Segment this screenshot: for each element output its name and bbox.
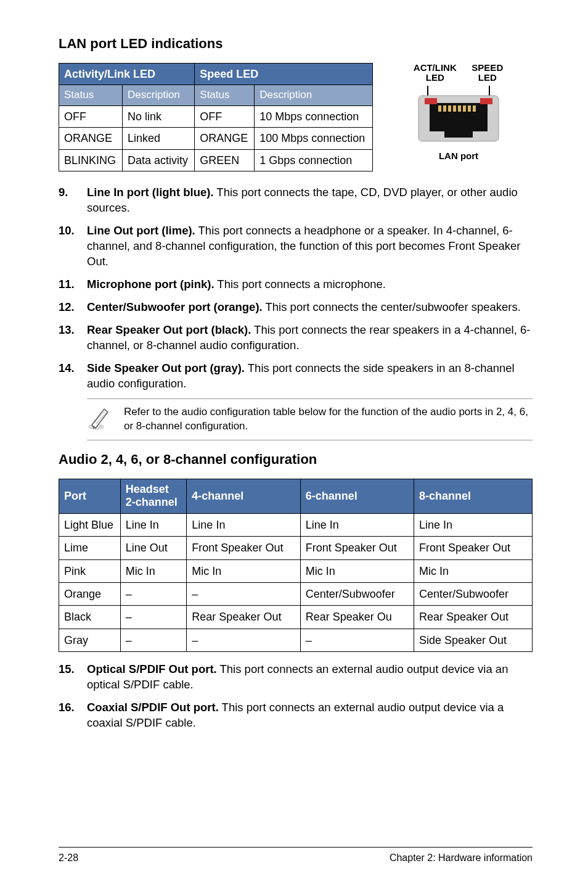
cell-port: Black — [59, 606, 121, 629]
lan-port-figure: ACT/LINK LED SPEED LED — [394, 63, 523, 162]
cell-6ch: Mic In — [300, 559, 414, 582]
svg-rect-11 — [468, 105, 471, 112]
cell-speed-status: OFF — [195, 105, 255, 127]
led-subheader-description: Description — [123, 85, 195, 105]
cell-activity-desc: Data activity — [123, 149, 195, 171]
audio-header-2ch: Headset2-channel — [120, 479, 187, 514]
item-title: Line In port (light blue). — [87, 186, 214, 199]
led-subheader-description: Description — [255, 85, 373, 105]
item-title: Microphone port (pink). — [87, 278, 214, 291]
table-row: OFF No link OFF 10 Mbps connection — [59, 105, 373, 127]
svg-rect-5 — [438, 105, 441, 112]
act-link-led-label: ACT/LINK LED — [406, 63, 464, 83]
item-number: 12. — [59, 300, 87, 315]
cell-6ch: Center/Subwoofer — [300, 582, 414, 605]
list-item: 14.Side Speaker Out port (gray). This po… — [59, 361, 533, 392]
svg-rect-10 — [463, 105, 466, 112]
lan-port-caption: LAN port — [439, 150, 478, 162]
item-number: 10. — [59, 223, 87, 270]
note-callout: Refer to the audio configuration table b… — [87, 398, 533, 440]
lan-port-icon — [406, 86, 511, 147]
cell-port: Light Blue — [59, 514, 121, 537]
cell-4ch: – — [187, 582, 300, 605]
svg-rect-9 — [458, 105, 461, 112]
cell-8ch: Side Speaker Out — [414, 629, 532, 651]
audio-header-8ch: 8-channel — [414, 479, 532, 514]
cell-port: Pink — [59, 559, 121, 582]
cell-4ch: Line In — [187, 514, 300, 537]
table-row: ORANGE Linked ORANGE 100 Mbps connection — [59, 128, 373, 149]
list-item: 15.Optical S/PDIF Out port. This port co… — [59, 662, 533, 693]
audio-header-4ch: 4-channel — [187, 479, 300, 514]
cell-8ch: Line In — [414, 514, 532, 537]
cell-activity-desc: Linked — [123, 128, 195, 149]
page-number: 2-28 — [59, 851, 78, 865]
item-number: 13. — [59, 323, 87, 353]
item-title: Coaxial S/PDIF Out port. — [87, 701, 219, 714]
led-header-activity: Activity/Link LED — [59, 63, 195, 85]
cell-port: Gray — [59, 629, 121, 651]
svg-rect-7 — [448, 105, 451, 112]
svg-rect-6 — [443, 105, 446, 112]
cell-6ch: Rear Speaker Ou — [300, 606, 414, 629]
led-table: Activity/Link LED Speed LED Status Descr… — [59, 63, 373, 171]
cell-speed-desc: 100 Mbps connection — [255, 128, 373, 149]
audio-table: Port Headset2-channel 4-channel 6-channe… — [59, 479, 533, 652]
cell-8ch: Mic In — [414, 559, 532, 582]
lan-heading: LAN port LED indications — [59, 35, 533, 53]
cell-port: Orange — [59, 582, 121, 605]
cell-2ch: – — [120, 582, 187, 605]
item-title: Rear Speaker Out port (black). — [87, 323, 251, 336]
cell-2ch: – — [120, 606, 187, 629]
chapter-label: Chapter 2: Hardware information — [390, 851, 533, 865]
item-number: 16. — [59, 700, 87, 731]
speed-led-label: SPEED LED — [464, 63, 511, 83]
list-item: 9.Line In port (light blue). This port c… — [59, 185, 533, 216]
cell-speed-status: ORANGE — [195, 128, 255, 149]
item-title: Center/Subwoofer port (orange). — [87, 300, 263, 313]
item-number: 9. — [59, 185, 87, 216]
cell-8ch: Front Speaker Out — [414, 537, 532, 559]
item-number: 15. — [59, 662, 87, 693]
page-footer: 2-28 Chapter 2: Hardware information — [59, 847, 533, 865]
list-item: 10.Line Out port (lime). This port conne… — [59, 223, 533, 270]
item-title: Line Out port (lime). — [87, 224, 195, 237]
cell-6ch: Front Speaker Out — [300, 537, 414, 559]
item-title: Side Speaker Out port (gray). — [87, 361, 245, 374]
item-title: Optical S/PDIF Out port. — [87, 662, 217, 675]
item-text: This port connects a microphone. — [214, 278, 386, 291]
led-subheader-status: Status — [195, 85, 255, 105]
audio-header-port: Port — [59, 479, 121, 514]
led-subheader-status: Status — [59, 85, 123, 105]
cell-speed-desc: 10 Mbps connection — [255, 105, 373, 127]
note-text: Refer to the audio configuration table b… — [124, 405, 533, 434]
cell-activity-status: ORANGE — [59, 128, 123, 149]
audio-heading: Audio 2, 4, 6, or 8-channel configuratio… — [59, 450, 533, 469]
svg-rect-4 — [480, 98, 492, 104]
list-item: 13.Rear Speaker Out port (black). This p… — [59, 323, 533, 353]
cell-6ch: Line In — [300, 514, 414, 537]
item-text: This port connects the center/subwoofer … — [263, 300, 521, 313]
list-item: 12.Center/Subwoofer port (orange). This … — [59, 300, 533, 315]
svg-rect-3 — [425, 98, 437, 104]
list-item: 11.Microphone port (pink). This port con… — [59, 277, 533, 292]
list-item: 16.Coaxial S/PDIF Out port. This port co… — [59, 700, 533, 731]
cell-activity-status: BLINKING — [59, 149, 123, 171]
cell-4ch: Mic In — [187, 559, 300, 582]
table-row: Lime Line Out Front Speaker Out Front Sp… — [59, 537, 533, 559]
cell-activity-status: OFF — [59, 105, 123, 127]
cell-8ch: Center/Subwoofer — [414, 582, 532, 605]
cell-2ch: – — [120, 629, 187, 651]
cell-4ch: Front Speaker Out — [187, 537, 300, 559]
cell-speed-desc: 1 Gbps connection — [255, 149, 373, 171]
svg-rect-12 — [473, 105, 476, 112]
table-row: Pink Mic In Mic In Mic In Mic In — [59, 559, 533, 582]
table-row: Gray – – – Side Speaker Out — [59, 629, 533, 651]
cell-4ch: Rear Speaker Out — [187, 606, 300, 629]
table-row: Orange – – Center/Subwoofer Center/Subwo… — [59, 582, 533, 605]
item-number: 11. — [59, 277, 87, 292]
cell-6ch: – — [300, 629, 414, 651]
svg-rect-8 — [453, 105, 456, 112]
cell-speed-status: GREEN — [195, 149, 255, 171]
led-header-speed: Speed LED — [195, 63, 373, 85]
